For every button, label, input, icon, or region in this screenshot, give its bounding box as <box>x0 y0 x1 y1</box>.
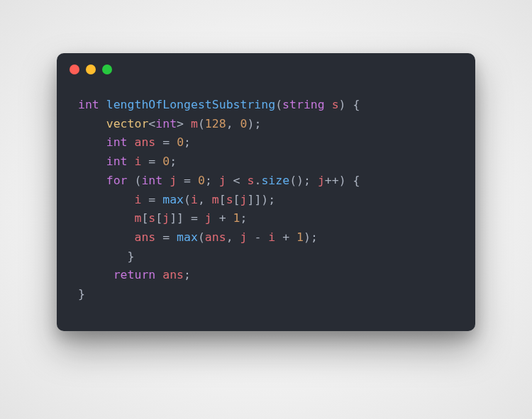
code-token: ans <box>135 135 156 149</box>
code-token: j <box>162 211 170 225</box>
code-token: ; <box>240 211 248 225</box>
window-titlebar <box>57 53 475 80</box>
code-token <box>78 135 106 149</box>
code-token: ( <box>198 230 205 244</box>
code-token: int <box>106 135 128 149</box>
code-token: i <box>191 193 198 206</box>
code-token <box>128 155 135 168</box>
code-token: ); <box>304 230 318 244</box>
code-token: s <box>226 193 233 206</box>
code-token <box>155 268 162 281</box>
code-token: int <box>106 155 128 168</box>
code-block: int lengthOfLongestSubstring(string s) {… <box>57 80 475 311</box>
code-token: 0 <box>177 135 184 149</box>
code-token: ; <box>184 135 191 149</box>
code-token: for <box>106 174 128 187</box>
code-token: = <box>155 230 177 244</box>
code-token <box>78 155 106 168</box>
code-token <box>78 268 113 281</box>
code-token: - <box>247 230 268 244</box>
code-token: , <box>198 193 212 206</box>
code-token: 1 <box>233 211 240 225</box>
code-token: lengthOfLongestSubstring <box>106 98 275 111</box>
code-token: j <box>219 174 226 187</box>
code-token <box>78 211 134 225</box>
code-token: ) { <box>339 174 360 187</box>
code-token: ( <box>198 117 205 130</box>
code-token: return <box>113 268 156 281</box>
code-token: ; <box>184 268 191 281</box>
code-token <box>99 98 106 111</box>
code-token: max <box>162 193 184 206</box>
code-token: = <box>155 135 177 149</box>
code-token: ans <box>134 230 155 244</box>
code-token: + <box>212 211 233 225</box>
code-token: 0 <box>240 117 248 130</box>
code-token: ; <box>205 174 219 187</box>
code-token: } <box>128 250 135 263</box>
code-token: ( <box>275 98 282 111</box>
code-token: } <box>78 287 85 301</box>
code-token <box>325 98 332 111</box>
code-token: 0 <box>198 174 205 187</box>
code-token: = <box>141 155 162 168</box>
code-token: (); <box>289 174 318 187</box>
code-token: ]]); <box>247 193 275 206</box>
code-token: size <box>261 174 289 187</box>
code-token: = <box>141 193 162 206</box>
code-token: int <box>141 174 162 187</box>
code-token: s <box>248 174 255 187</box>
code-token <box>162 174 170 187</box>
code-token: [ <box>233 193 240 206</box>
code-token <box>78 230 134 244</box>
code-token: m <box>191 117 198 130</box>
code-token: ans <box>205 230 226 244</box>
code-token: > <box>177 117 191 130</box>
code-token: ); <box>247 117 261 130</box>
code-window: int lengthOfLongestSubstring(string s) {… <box>57 53 475 331</box>
code-token: max <box>177 230 198 244</box>
code-token: 0 <box>162 155 170 168</box>
code-token: [ <box>219 193 226 206</box>
code-token: s <box>332 98 339 111</box>
code-token: 1 <box>297 230 304 244</box>
code-token: j <box>318 174 325 187</box>
code-token: j <box>240 193 248 206</box>
code-token: ) { <box>339 98 360 111</box>
code-token: [ <box>141 211 148 225</box>
code-token <box>78 193 134 206</box>
code-token: m <box>212 193 219 206</box>
code-token: ; <box>170 155 177 168</box>
code-token: s <box>148 211 155 225</box>
code-token: i <box>134 193 141 206</box>
code-token: j <box>205 211 212 225</box>
code-token: , <box>226 117 240 130</box>
close-icon[interactable] <box>70 65 79 74</box>
code-token: j <box>170 174 177 187</box>
maximize-icon[interactable] <box>102 65 112 74</box>
code-token: ( <box>128 174 142 187</box>
code-token: i <box>135 155 142 168</box>
code-token: i <box>268 230 275 244</box>
code-token: < <box>148 117 155 130</box>
code-token: ++ <box>325 174 339 187</box>
code-token: int <box>155 117 177 130</box>
code-token: ans <box>162 268 184 281</box>
code-token: int <box>78 98 99 111</box>
code-token <box>78 174 106 187</box>
code-token: = <box>177 174 198 187</box>
code-token: vector <box>106 117 149 130</box>
code-token: + <box>275 230 297 244</box>
code-token: . <box>254 174 261 187</box>
code-token <box>78 250 128 263</box>
code-token: ( <box>184 193 191 206</box>
code-token: ]] = <box>170 211 205 225</box>
code-token: string <box>282 98 325 111</box>
code-token: j <box>240 230 248 244</box>
code-token: [ <box>155 211 162 225</box>
code-token: m <box>134 211 141 225</box>
minimize-icon[interactable] <box>86 65 96 74</box>
code-token: < <box>226 174 248 187</box>
code-token: , <box>226 230 240 244</box>
code-token: 128 <box>205 117 226 130</box>
